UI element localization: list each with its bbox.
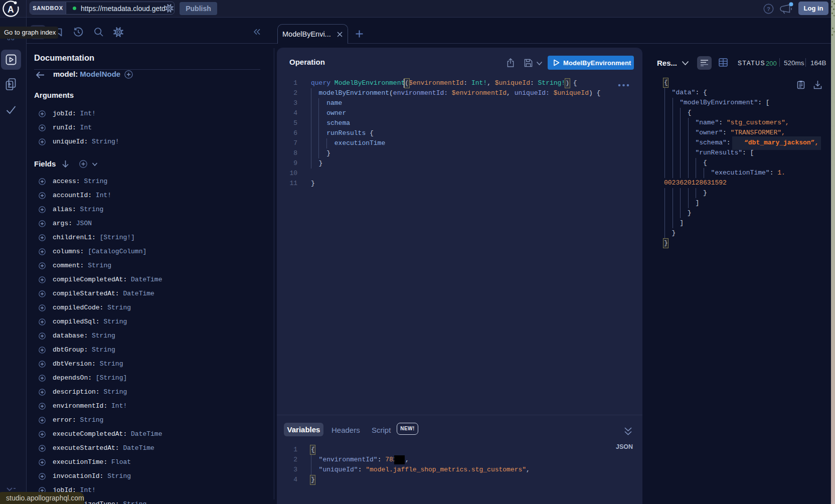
svg-text:A: A bbox=[8, 5, 14, 15]
svg-text:?: ? bbox=[767, 6, 770, 12]
